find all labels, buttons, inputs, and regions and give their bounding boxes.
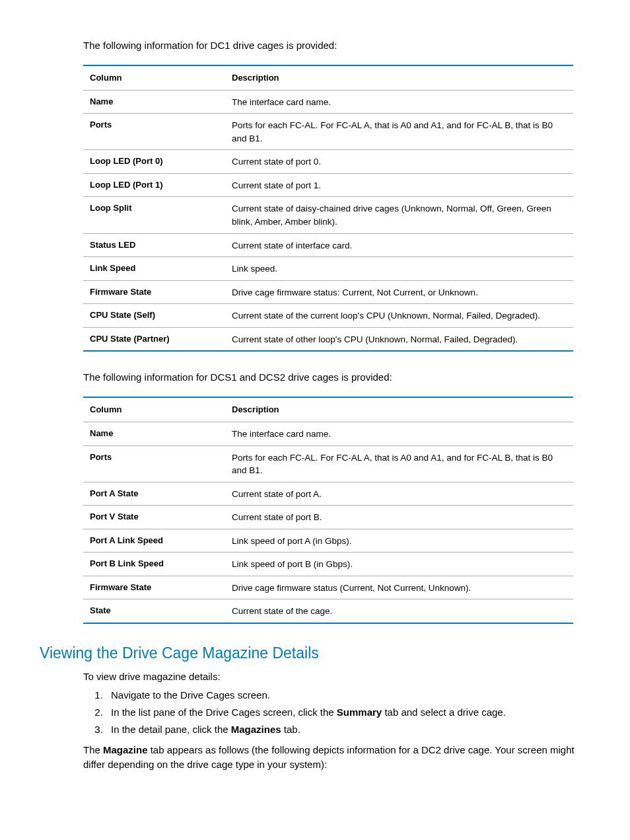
row-description: Current state of port 0. [225,150,573,174]
body-text-2: The Magazine tab appears as follows (the… [83,743,590,772]
dc1-header-column: Column [83,65,225,90]
row-column-name: State [83,599,225,623]
row-description: Current state of other loop's CPU (Unkno… [225,327,573,351]
row-column-name: Ports [83,114,225,150]
section-heading: Viewing the Drive Cage Magazine Details [40,642,590,664]
row-column-name: Link Speed [83,257,225,281]
table-row: CPU State (Partner)Current state of othe… [83,327,573,351]
row-description: Link speed of port A (in Gbps). [225,529,573,553]
body-text-1: To view drive magazine details: [83,669,590,684]
body2-a: The [83,744,103,755]
steps-list: Navigate to the Drive Cages screen. In t… [83,688,590,736]
step-3: In the detail pane, click the Magazines … [106,722,590,737]
row-column-name: Port B Link Speed [83,553,225,576]
table-row: Port B Link SpeedLink speed of port B (i… [83,553,573,576]
table-row: PortsPorts for each FC-AL. For FC-AL A, … [83,445,573,482]
step-1: Navigate to the Drive Cages screen. [106,688,590,703]
table-row: Port V StateCurrent state of port B. [83,506,573,529]
dc1-table: Column Description NameThe interface car… [83,65,573,352]
table-row: Firmware StateDrive cage firmware status… [83,280,573,304]
row-column-name: Port A Link Speed [83,529,225,553]
row-description: Link speed of port B (in Gbps). [225,553,573,576]
row-column-name: Port V State [83,506,225,529]
row-description: Current state of port A. [225,482,573,506]
step-2-part-a: In the list pane of the Drive Cages scre… [111,706,337,718]
row-description: Current state of the current loop's CPU … [225,304,573,328]
step-3-part-a: In the detail pane, click the [111,724,231,735]
dcs-header-column: Column [83,397,225,422]
dcs-header-description: Description [225,397,573,422]
row-description: Ports for each FC-AL. For FC-AL A, that … [225,114,573,150]
table-row: Loop LED (Port 1)Current state of port 1… [83,173,573,197]
row-description: Drive cage firmware status: Current, Not… [225,280,573,304]
body2-bold: Magazine [103,744,148,755]
row-description: The interface card name. [225,90,573,114]
row-column-name: Status LED [83,233,225,257]
body2-c: tab appears as follows (the following de… [83,744,575,770]
row-column-name: Loop Split [83,197,225,233]
dc1-tbody: NameThe interface card name.PortsPorts f… [83,90,573,351]
dcs-table: Column Description NameThe interface car… [83,397,573,624]
row-column-name: Firmware State [83,576,225,599]
step-2-bold: Summary [337,706,382,718]
row-column-name: Loop LED (Port 1) [83,173,225,197]
table-row: StateCurrent state of the cage. [83,599,573,623]
table-row: NameThe interface card name. [83,90,573,114]
dcs-tbody: NameThe interface card name.PortsPorts f… [83,422,573,623]
table-row: Port A Link SpeedLink speed of port A (i… [83,529,573,553]
row-description: Current state of port 1. [225,173,573,197]
row-description: The interface card name. [225,422,573,445]
table-row: Status LEDCurrent state of interface car… [83,233,573,257]
intro-text-2: The following information for DCS1 and D… [83,370,590,385]
row-column-name: Name [83,422,225,445]
row-column-name: Loop LED (Port 0) [83,150,225,174]
table-row: PortsPorts for each FC-AL. For FC-AL A, … [83,114,573,150]
table-row: NameThe interface card name. [83,422,573,445]
row-column-name: Port A State [83,482,225,506]
row-description: Ports for each FC-AL. For FC-AL A, that … [225,445,573,482]
table-row: CPU State (Self)Current state of the cur… [83,304,573,328]
table-row: Port A StateCurrent state of port A. [83,482,573,506]
step-3-bold: Magazines [231,724,281,735]
table-row: Firmware StateDrive cage firmware status… [83,576,573,599]
table-row: Link SpeedLink speed. [83,257,573,281]
row-description: Current state of port B. [225,506,573,529]
intro-text-1: The following information for DC1 drive … [83,38,590,53]
table-row: Loop SplitCurrent state of daisy-chained… [83,197,573,233]
row-description: Current state of the cage. [225,599,573,623]
row-column-name: CPU State (Self) [83,304,225,328]
row-column-name: Name [83,90,225,114]
row-description: Drive cage firmware status (Current, Not… [225,576,573,599]
row-description: Link speed. [225,257,573,281]
row-description: Current state of interface card. [225,233,573,257]
step-2: In the list pane of the Drive Cages scre… [106,705,590,720]
row-column-name: Ports [83,445,225,482]
table-row: Loop LED (Port 0)Current state of port 0… [83,150,573,174]
step-2-part-c: tab and select a drive cage. [382,706,506,718]
dc1-header-description: Description [225,65,573,90]
row-column-name: CPU State (Partner) [83,327,225,351]
row-column-name: Firmware State [83,280,225,304]
step-3-part-c: tab. [281,724,300,735]
row-description: Current state of daisy-chained drive cag… [225,197,573,233]
